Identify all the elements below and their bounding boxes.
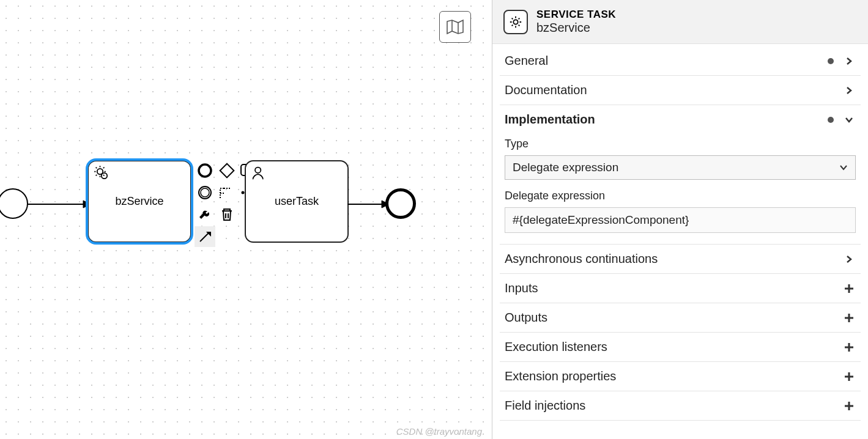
section-outputs: Outputs [500,303,861,333]
section-field-injections: Field injections [500,391,861,421]
select-value: Delegate expression [513,161,839,174]
svg-point-8 [201,188,209,197]
connect-button[interactable] [195,226,215,247]
diagram-canvas[interactable]: bzService userTask [0,0,492,439]
section-implementation-content: Type Delegate expression Delegate expres… [500,138,861,244]
panel-body[interactable]: General Documentation Implementation [492,44,868,439]
section-documentation-header[interactable]: Documentation [500,76,861,105]
section-title: Implementation [505,113,828,127]
element-type-label: SERVICE TASK [536,9,616,21]
section-general-header[interactable]: General [500,46,861,75]
plus-icon[interactable] [842,311,856,325]
section-documentation: Documentation [500,76,861,105]
append-text-annotation-button[interactable] [217,182,237,203]
append-gateway-button[interactable] [217,160,237,181]
chevron-right-icon [842,253,856,266]
service-task-header-icon [503,10,528,34]
start-event[interactable] [0,188,28,219]
section-title: Documentation [505,83,842,97]
panel-header: SERVICE TASK bzService [492,0,868,44]
svg-point-17 [513,20,517,24]
implementation-type-select[interactable]: Delegate expression [505,155,856,180]
properties-panel: SERVICE TASK bzService General Documenta… [492,0,868,439]
section-implementation: Implementation Type Delegate expression … [500,105,861,245]
section-async-header[interactable]: Asynchronous continuations [500,245,861,273]
svg-line-12 [200,233,209,242]
svg-point-4 [199,164,211,177]
wrench-button[interactable] [195,204,215,225]
app-root: bzService userTask [0,0,868,439]
map-icon [446,19,464,35]
input-value: #{delegateExpressionComponent} [513,213,689,226]
section-field-injections-header[interactable]: Field injections [500,391,861,420]
element-name-label: bzService [536,21,616,35]
plus-icon[interactable] [842,370,856,383]
section-execution-listeners: Execution listeners [500,333,861,362]
plus-icon[interactable] [842,399,856,413]
minimap-toggle-button[interactable] [439,11,471,43]
end-event[interactable] [385,188,416,219]
user-task-label: userTask [275,195,319,208]
delete-button[interactable] [217,204,237,225]
section-exec-listeners-header[interactable]: Execution listeners [500,333,861,361]
modified-dot-icon [828,58,834,64]
section-extension-props-header[interactable]: Extension properties [500,362,861,391]
chevron-right-icon [842,84,856,97]
watermark-text: CSDN @trayvontang [396,426,482,437]
delegate-expression-label: Delegate expression [505,190,856,202]
section-inputs-header[interactable]: Inputs [500,274,861,303]
append-intermediate-event-button[interactable] [195,182,215,203]
svg-point-9 [242,191,245,194]
panel-header-titles: SERVICE TASK bzService [536,9,616,35]
section-general: General [500,46,861,76]
section-title: Outputs [505,311,842,325]
gear-icon [509,15,522,29]
section-title: Inputs [505,281,842,295]
section-implementation-header[interactable]: Implementation [500,105,861,134]
type-field-label: Type [505,138,856,150]
service-task-node[interactable]: bzService [87,160,191,243]
svg-point-14 [255,168,261,173]
chevron-down-icon [842,113,856,127]
section-title: Field injections [505,399,842,413]
service-task-label: bzService [115,195,163,208]
append-end-event-button[interactable] [195,160,215,181]
plus-icon[interactable] [842,282,856,295]
chevron-right-icon [842,54,856,68]
section-extension-properties: Extension properties [500,362,861,391]
section-async-continuations: Asynchronous continuations [500,245,861,274]
delegate-expression-input[interactable]: #{delegateExpressionComponent} [505,207,856,233]
section-inputs: Inputs [500,274,861,303]
user-icon [251,165,268,182]
chevron-down-icon [839,163,848,172]
gear-icon [94,165,111,182]
section-title: Extension properties [505,369,842,383]
plus-icon[interactable] [842,341,856,354]
user-task-node[interactable]: userTask [245,160,349,243]
section-title: Asynchronous continuations [505,252,842,266]
sequence-flow-2[interactable] [347,199,390,209]
modified-dot-icon [828,117,834,123]
svg-rect-5 [220,164,234,178]
section-title: Execution listeners [505,340,842,354]
section-title: General [505,54,828,68]
sequence-flow-1[interactable] [27,199,92,209]
section-outputs-header[interactable]: Outputs [500,303,861,332]
